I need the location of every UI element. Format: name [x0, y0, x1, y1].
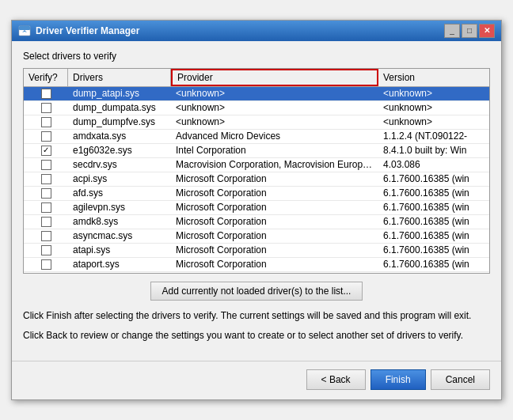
table-row[interactable]: e1g6032e.sysIntel Corporation8.4.1.0 bui… — [24, 144, 489, 158]
cell-driver: afd.sys — [68, 187, 171, 199]
checkbox[interactable] — [41, 231, 51, 241]
svg-rect-1 — [19, 26, 30, 30]
cell-driver: secdrv.sys — [68, 158, 171, 171]
cell-driver: asyncmac.sys — [68, 229, 171, 242]
checkbox[interactable] — [41, 202, 51, 213]
cell-provider: <unknown> — [171, 115, 378, 128]
cell-verify — [24, 88, 68, 100]
cell-driver: e1g6032e.sys — [68, 144, 171, 157]
cell-provider: Microsoft Corporation — [171, 244, 378, 256]
table-row[interactable]: atapi.sysMicrosoft Corporation6.1.7600.1… — [24, 244, 489, 258]
table-row[interactable]: dump_dumpfve.sys<unknown><unknown> — [24, 115, 489, 130]
table-row[interactable]: amdxata.sysAdvanced Micro Devices1.1.2.4… — [24, 130, 489, 144]
checkbox[interactable] — [41, 160, 51, 170]
cell-version: <unknown> — [378, 115, 489, 128]
cell-verify — [24, 216, 68, 228]
table-row[interactable]: battc.sysMicrosoft Corporation6.1.7600.1… — [24, 272, 489, 273]
window-icon — [18, 25, 31, 37]
checkbox[interactable] — [41, 259, 51, 270]
checkbox[interactable] — [41, 131, 51, 142]
add-button-row: Add currently not loaded driver(s) to th… — [23, 282, 490, 301]
table-header: Verify? Drivers Provider Version — [24, 69, 489, 87]
checkbox[interactable] — [41, 174, 51, 184]
close-button[interactable]: ✕ — [479, 24, 495, 38]
back-button[interactable]: < Back — [306, 369, 366, 390]
cell-version: 6.1.7600.16385 (win — [378, 172, 489, 185]
cell-driver: amdxata.sys — [68, 130, 171, 142]
table-row[interactable]: ataport.sysMicrosoft Corporation6.1.7600… — [24, 258, 489, 272]
add-drivers-button[interactable]: Add currently not loaded driver(s) to th… — [150, 282, 363, 301]
cell-provider: <unknown> — [171, 87, 378, 100]
cell-verify — [24, 131, 68, 142]
th-drivers: Drivers — [68, 69, 171, 86]
cell-provider: Microsoft Corporation — [171, 187, 378, 199]
checkbox[interactable] — [41, 103, 51, 113]
cell-provider: Microsoft Corporation — [171, 172, 378, 185]
window-body: Select drivers to verify Verify? Drivers… — [12, 41, 501, 358]
cell-driver: amdk8.sys — [68, 215, 171, 228]
checkbox[interactable] — [41, 188, 51, 199]
finish-button[interactable]: Finish — [370, 369, 426, 390]
table-row[interactable]: secdrv.sysMacrovision Corporation, Macro… — [24, 158, 489, 172]
cell-version: 6.1.7600.16385 (win — [378, 229, 489, 242]
cell-driver: ataport.sys — [68, 258, 171, 271]
table-row[interactable]: asyncmac.sysMicrosoft Corporation6.1.760… — [24, 229, 489, 244]
title-bar: Driver Verifier Manager _ □ ✕ — [12, 21, 501, 41]
th-provider: Provider — [171, 69, 378, 86]
cell-verify — [24, 187, 68, 199]
checkbox[interactable] — [41, 217, 51, 227]
checkbox[interactable] — [41, 245, 51, 255]
info-line-2: Click Back to review or change the setti… — [23, 328, 490, 343]
cancel-button[interactable]: Cancel — [431, 369, 490, 390]
table-row[interactable]: acpi.sysMicrosoft Corporation6.1.7600.16… — [24, 172, 489, 187]
cell-version: 6.1.7600.16385 (win — [378, 187, 489, 199]
maximize-button[interactable]: □ — [462, 24, 477, 38]
cell-verify — [24, 145, 68, 157]
table-row[interactable]: amdk8.sysMicrosoft Corporation6.1.7600.1… — [24, 215, 489, 229]
footer: < Back Finish Cancel — [12, 361, 501, 399]
cell-version: 6.1.7600.16385 (win — [378, 201, 489, 214]
cell-verify — [24, 116, 68, 128]
cell-verify — [24, 102, 68, 114]
cell-provider: Microsoft Corporation — [171, 272, 378, 273]
cell-version: 8.4.1.0 built by: Win — [378, 144, 489, 157]
info-line-1: Click Finish after selecting the drivers… — [23, 308, 490, 324]
cell-version: <unknown> — [378, 87, 489, 100]
cell-driver: dump_dumpfve.sys — [68, 115, 171, 128]
cell-provider: Advanced Micro Devices — [171, 130, 378, 142]
table-row[interactable]: dump_dumpata.sys<unknown><unknown> — [24, 101, 489, 115]
table-row[interactable]: afd.sysMicrosoft Corporation6.1.7600.163… — [24, 187, 489, 201]
cell-verify — [24, 159, 68, 171]
driver-verifier-window: Driver Verifier Manager _ □ ✕ Select dri… — [11, 20, 502, 400]
cell-verify — [24, 259, 68, 271]
cell-driver: agilevpn.sys — [68, 201, 171, 214]
window-title: Driver Verifier Manager — [36, 25, 139, 36]
title-controls: _ □ ✕ — [444, 24, 495, 38]
cell-verify — [24, 173, 68, 185]
cell-version: <unknown> — [378, 101, 489, 114]
cell-driver: battc.sys — [68, 272, 171, 273]
cell-version: 6.1.7600.16385 (win — [378, 244, 489, 256]
cell-version: 6.1.7600.16385 (win — [378, 215, 489, 228]
cell-provider: Intel Corporation — [171, 144, 378, 157]
title-bar-left: Driver Verifier Manager — [18, 25, 139, 37]
cell-provider: <unknown> — [171, 101, 378, 114]
drivers-table: Verify? Drivers Provider Version dump_at… — [23, 68, 490, 274]
table-body[interactable]: dump_atapi.sys<unknown><unknown>dump_dum… — [24, 87, 489, 273]
cell-provider: Macrovision Corporation, Macrovision Eur… — [171, 158, 378, 171]
cell-provider: Microsoft Corporation — [171, 258, 378, 271]
cell-driver: dump_dumpata.sys — [68, 101, 171, 114]
table-row[interactable]: dump_atapi.sys<unknown><unknown> — [24, 87, 489, 101]
cell-provider: Microsoft Corporation — [171, 215, 378, 228]
cell-driver: dump_atapi.sys — [68, 87, 171, 100]
table-row[interactable]: agilevpn.sysMicrosoft Corporation6.1.760… — [24, 201, 489, 215]
cell-version: 6.1.7600.16385 (win — [378, 258, 489, 271]
cell-provider: Microsoft Corporation — [171, 201, 378, 214]
checkbox[interactable] — [41, 146, 51, 156]
checkbox[interactable] — [41, 117, 51, 127]
cell-provider: Microsoft Corporation — [171, 229, 378, 242]
cell-driver: atapi.sys — [68, 244, 171, 256]
checkbox[interactable] — [41, 89, 51, 99]
cell-version: 6.1.7600.16385 (win — [378, 272, 489, 273]
minimize-button[interactable]: _ — [444, 24, 460, 38]
